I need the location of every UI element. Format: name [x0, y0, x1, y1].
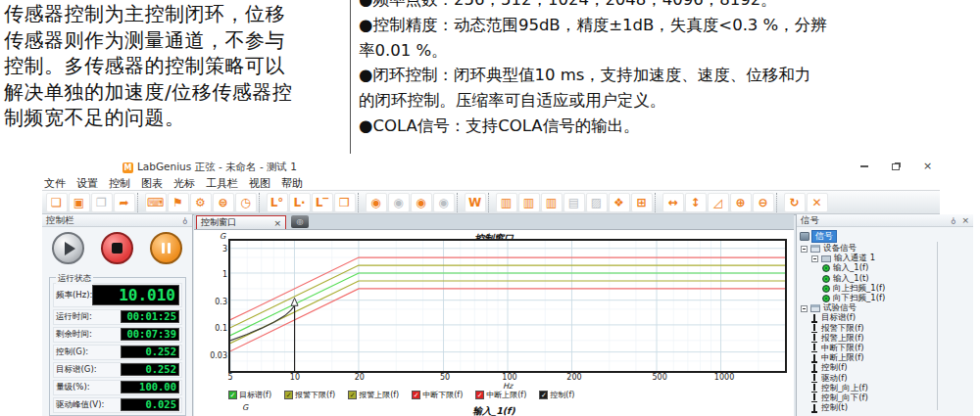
legend-checkbox[interactable]: ✓ — [412, 391, 420, 399]
signal-display-1-button[interactable]: ◉ — [366, 193, 387, 212]
menu-item-6[interactable]: 视图 — [249, 176, 270, 189]
close-icon[interactable]: × — [961, 215, 969, 225]
stop-button[interactable] — [101, 232, 133, 264]
expander-icon[interactable] — [801, 246, 808, 253]
chart-single-button[interactable]: ▨ — [586, 193, 608, 212]
menu-item-1[interactable]: 设置 — [76, 176, 98, 189]
word-report-button[interactable]: W — [465, 193, 486, 212]
doc-line: 率0.01 %。 — [359, 38, 978, 64]
x-tick-label: 200 — [566, 373, 581, 382]
menu-item-2[interactable]: 控制 — [109, 176, 130, 189]
export-button[interactable]: ➦ — [114, 193, 135, 212]
layout-grid-button[interactable]: ⊞ — [631, 193, 653, 212]
signal-icon — [811, 393, 818, 402]
menu-item-3[interactable]: 图表 — [141, 176, 163, 189]
tab-close-icon[interactable]: × — [273, 219, 281, 227]
signal-display-2-button[interactable]: ◉ — [388, 193, 410, 212]
tree-item[interactable]: 设备信号 — [799, 244, 971, 254]
menu-item-5[interactable]: 工具栏 — [206, 176, 238, 189]
signal-root-row[interactable]: 信号 — [800, 230, 837, 243]
chart-bars-1-button[interactable]: ▥ — [496, 193, 517, 212]
zoom-horizontal-button[interactable]: ↔ — [662, 193, 684, 212]
minimize-icon[interactable] — [860, 165, 868, 167]
legend-checkbox[interactable]: ✓ — [348, 391, 357, 399]
plot-area[interactable]: G Hz 310.30.10.03 51020501002005001000 — [228, 239, 787, 373]
tree-item[interactable]: 控制(t) — [799, 403, 971, 413]
page: 传感器控制为主控制闭环，位移传感器则作为测量通道，不参与控制。多传感器的控制策略… — [0, 0, 980, 416]
pause-button[interactable] — [150, 232, 182, 264]
cursor-peak-button[interactable]: L° — [267, 193, 288, 212]
y-tick-label: 0.3 — [202, 298, 227, 306]
signal-display-4-button[interactable]: ◉ — [433, 193, 455, 212]
test-settings-button[interactable]: ⚙ — [190, 193, 212, 212]
limit-settings-button[interactable]: ⊜ — [213, 193, 234, 212]
zoom-box-button[interactable]: ◿ — [708, 193, 729, 212]
y-tick-label: 3 — [202, 245, 227, 254]
restore-icon[interactable] — [892, 163, 900, 170]
input-icon — [822, 285, 830, 293]
layout-quad-button[interactable]: ❖ — [609, 193, 630, 212]
expander-icon[interactable] — [811, 255, 818, 262]
close-icon[interactable]: × — [923, 162, 932, 171]
x-tick-label: 5 — [227, 373, 232, 382]
zoom-box-icon: ◿ — [713, 197, 722, 208]
zoom-reset-button[interactable]: ✕ — [807, 193, 828, 212]
transport-controls — [42, 232, 192, 264]
screenshot-button[interactable]: ◎ — [291, 215, 309, 228]
x-tick-label: 10 — [290, 373, 300, 382]
legend-checkbox[interactable]: ✓ — [284, 391, 293, 399]
pin-icon[interactable]: ⚲ — [951, 216, 956, 225]
status-value: 00:07:39 — [121, 328, 179, 341]
legend-item: ✓报警上限(f) — [348, 390, 399, 400]
tab-control-window[interactable]: 控制窗口 × — [196, 215, 286, 229]
status-value: 100.00 — [121, 381, 179, 393]
menu-item-0[interactable]: 文件 — [44, 176, 66, 189]
signal-icon — [811, 314, 818, 323]
schedule-button[interactable]: ◷ — [235, 193, 257, 212]
zoom-in-icon: ⊕ — [735, 197, 745, 208]
legend-checkbox[interactable]: ✓ — [539, 391, 548, 399]
control-panel-button[interactable]: ⚑ — [168, 193, 189, 212]
open-icon: ❐ — [96, 197, 107, 208]
play-button[interactable] — [52, 232, 84, 264]
input-icon — [822, 275, 830, 283]
hardware-config-button[interactable]: ⌨ — [145, 193, 167, 212]
zoom-in-button[interactable]: ⊕ — [730, 193, 752, 212]
chart-overlay-button[interactable]: ▤ — [564, 193, 585, 212]
chart-canvas — [230, 241, 785, 371]
open-button[interactable]: ❐ — [91, 193, 113, 212]
status-row-3: 目标谱(G):0.252 — [53, 362, 182, 379]
run-status-title: 运行状态 — [56, 273, 93, 285]
refresh-button[interactable]: ↻ — [784, 193, 806, 212]
cursor-marker-icon[interactable] — [291, 299, 298, 306]
signal-panel-title: 信号 — [801, 214, 819, 227]
zoom-vertical-button[interactable]: ↕ — [685, 193, 707, 212]
chart-bars-3-button[interactable]: ▥ — [541, 193, 563, 212]
menu-item-7[interactable]: 帮助 — [281, 176, 303, 189]
expander-icon[interactable] — [801, 305, 808, 312]
zoom-out-button[interactable]: ⊖ — [753, 193, 774, 212]
toolbar-separator — [259, 193, 263, 212]
legend-label: 报警下限(f) — [295, 390, 335, 400]
status-row-1: 剩余时间:00:07:39 — [53, 327, 182, 344]
pin-icon[interactable]: ⚲ — [182, 216, 188, 225]
signal-display-3-icon: ◉ — [416, 197, 425, 208]
chart-bars-2-button[interactable]: ▥ — [518, 193, 540, 212]
pause-icon — [162, 243, 171, 254]
test-settings-icon: ⚙ — [195, 197, 206, 208]
copy-window-button[interactable]: ❒ — [334, 193, 356, 212]
save-button[interactable]: ▣ — [69, 193, 90, 212]
signal-display-3-button[interactable]: ◉ — [411, 193, 432, 212]
cursor-harmonic-button[interactable]: L‾ — [312, 193, 333, 212]
signal-root-label: 信号 — [811, 230, 837, 243]
device-icon — [810, 304, 820, 312]
menu-item-4[interactable]: 光标 — [173, 176, 195, 189]
tree-item[interactable]: 输入通道 1 — [799, 254, 971, 263]
cursor-peak-icon: L° — [270, 197, 284, 208]
doc-line: ●频率点数：256，512，1024，2048，4096，8192。 — [359, 0, 978, 13]
new-file-button[interactable]: ❏ — [46, 193, 68, 212]
legend-checkbox[interactable]: ✓ — [475, 391, 484, 399]
cursor-point-button[interactable]: L· — [289, 193, 311, 212]
tree-item[interactable]: 输入_1(f) — [799, 263, 971, 273]
legend-checkbox[interactable]: ✓ — [228, 391, 237, 399]
